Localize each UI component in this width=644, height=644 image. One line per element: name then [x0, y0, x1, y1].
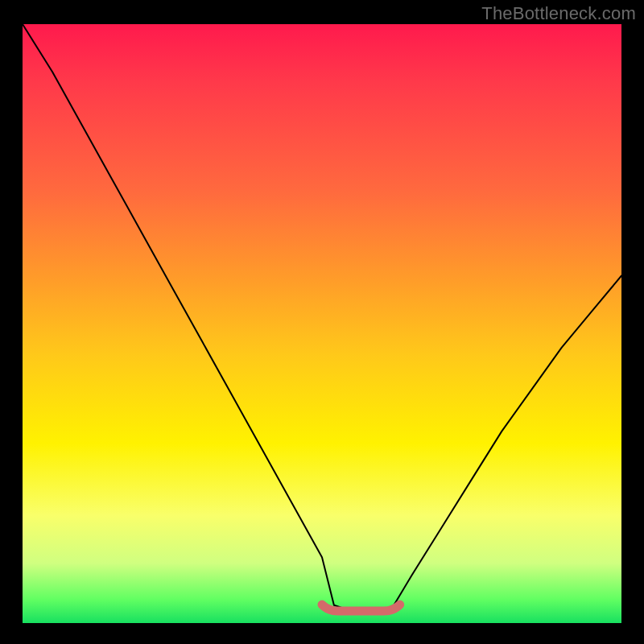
bottleneck-curve — [23, 24, 621, 611]
curve-svg — [23, 24, 621, 623]
chart-frame: TheBottleneck.com — [0, 0, 644, 644]
plot-area — [23, 24, 621, 623]
attribution-label: TheBottleneck.com — [481, 3, 636, 24]
